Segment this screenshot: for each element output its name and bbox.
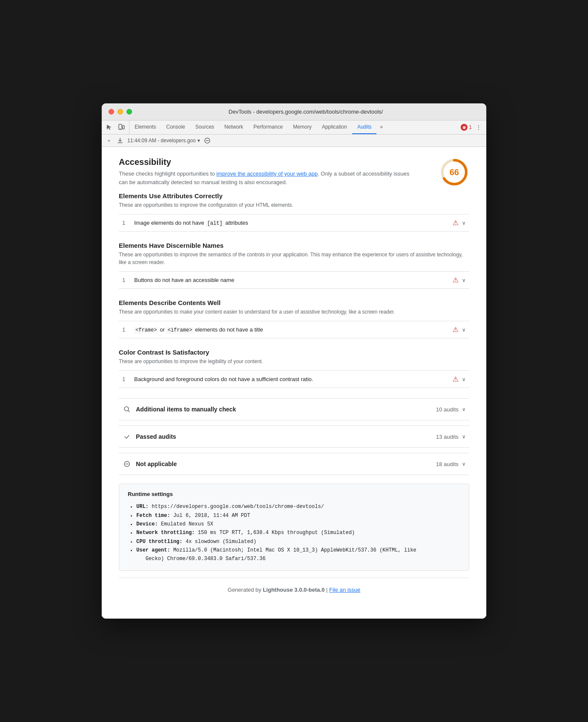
- maximize-button[interactable]: [126, 109, 132, 114]
- audit-group-attributes: Elements Use Attributes Correctly These …: [119, 192, 469, 232]
- device-icon[interactable]: [117, 123, 126, 132]
- runtime-item-useragent: User agent: Mozilla/5.0 (Macintosh; Inte…: [136, 546, 460, 564]
- tab-audits[interactable]: Audits: [352, 120, 376, 134]
- download-icon[interactable]: [116, 137, 124, 144]
- chevron-icon[interactable]: ∨: [462, 376, 466, 382]
- footer: Generated by Lighthouse 3.0.0-beta.0 | F…: [119, 578, 469, 602]
- runtime-item-network: Network throttling: 150 ms TCP RTT, 1,63…: [136, 528, 460, 537]
- audit-group-contrast: Color Contrast Is Satisfactory These are…: [119, 349, 469, 388]
- timestamp-selector[interactable]: 11:44:09 AM - developers.goo ▾: [127, 138, 200, 144]
- group-desc-contrast: These are opportunities to improve the l…: [119, 358, 469, 365]
- tab-application[interactable]: Application: [317, 120, 352, 134]
- audit-item: 1 <frame> or <iframe> elements do not ha…: [119, 321, 469, 338]
- tab-network[interactable]: Network: [219, 120, 248, 134]
- cursor-icon[interactable]: [105, 123, 114, 132]
- titlebar: DevTools - developers.google.com/web/too…: [102, 103, 486, 120]
- close-button[interactable]: [109, 109, 114, 114]
- group-desc-contents: These are opportunities to make your con…: [119, 308, 469, 316]
- dropdown-arrow[interactable]: ▾: [197, 138, 200, 144]
- group-desc-names: These are opportunities to improve the s…: [119, 251, 469, 266]
- footer-text: Generated by Lighthouse 3.0.0-beta.0 | F…: [228, 587, 360, 593]
- tab-console[interactable]: Console: [161, 120, 190, 134]
- error-count: 1: [469, 124, 472, 130]
- tab-memory[interactable]: Memory: [288, 120, 317, 134]
- runtime-settings: Runtime settings URL: https://developers…: [119, 484, 469, 571]
- add-icon[interactable]: ＋: [105, 137, 113, 144]
- clear-icon[interactable]: [203, 137, 211, 144]
- additional-count: 10 audits: [436, 406, 459, 413]
- not-applicable-count: 18 audits: [436, 461, 459, 467]
- main-content: Accessibility These checks highlight opp…: [102, 147, 486, 619]
- chevron-icon[interactable]: ∨: [462, 327, 466, 333]
- chevron-icon[interactable]: ∨: [462, 220, 466, 226]
- menu-icon[interactable]: ⋮: [474, 123, 483, 132]
- runtime-settings-list: URL: https://developers.google.com/web/t…: [128, 502, 460, 564]
- group-title-contents: Elements Describe Contents Well: [119, 299, 469, 306]
- devtools-panel: Elements Console Sources Network Perform…: [102, 120, 486, 619]
- accessibility-info: Accessibility These checks highlight opp…: [119, 157, 418, 186]
- minus-circle-icon: [122, 459, 132, 469]
- audit-group-names: Elements Have Discernible Names These ar…: [119, 242, 469, 289]
- warning-icon: ⚠: [453, 219, 459, 227]
- code-alt: [alt]: [206, 220, 224, 227]
- collapsible-additional[interactable]: Additional items to manually check 10 au…: [119, 398, 469, 420]
- collapsible-not-applicable[interactable]: Not applicable 18 audits ∨: [119, 453, 469, 475]
- chevron-icon[interactable]: ∨: [462, 277, 466, 283]
- file-issue-link[interactable]: File an issue: [329, 587, 360, 593]
- score-circle: 66: [439, 157, 469, 187]
- window-title: DevTools - developers.google.com/web/too…: [132, 109, 479, 115]
- audit-text: <frame> or <iframe> elements do not have…: [134, 326, 453, 333]
- runtime-item-fetch: Fetch time: Jul 6, 2018, 11:44 AM PDT: [136, 511, 460, 520]
- group-title-attributes: Elements Use Attributes Correctly: [119, 192, 469, 200]
- timestamp: 11:44:09 AM - developers.goo: [127, 138, 196, 144]
- runtime-item-device: Device: Emulated Nexus 5X: [136, 520, 460, 528]
- audit-controls: ⚠ ∨: [453, 276, 466, 284]
- accessibility-title: Accessibility: [119, 157, 418, 167]
- traffic-lights: [109, 109, 132, 114]
- warning-icon: ⚠: [453, 326, 459, 334]
- audit-number: 1: [122, 326, 131, 333]
- not-applicable-label: Not applicable: [136, 461, 436, 467]
- code-iframe: <iframe>: [166, 327, 194, 334]
- accessibility-description: These checks highlight opportunities to …: [119, 170, 418, 186]
- tab-performance[interactable]: Performance: [248, 120, 288, 134]
- minimize-button[interactable]: [118, 109, 123, 114]
- tabs: Elements Console Sources Network Perform…: [129, 120, 457, 134]
- lighthouse-text: Lighthouse 3.0.0-beta.0: [263, 587, 324, 593]
- audit-text: Image elements do not have [alt] attribu…: [134, 220, 453, 226]
- chevron-icon: ∨: [462, 406, 466, 412]
- audit-controls: ⚠ ∨: [453, 219, 466, 227]
- audit-controls: ⚠ ∨: [453, 375, 466, 383]
- chevron-icon: ∨: [462, 434, 466, 440]
- passed-label: Passed audits: [136, 433, 436, 440]
- tab-overflow[interactable]: »: [376, 120, 386, 134]
- group-title-names: Elements Have Discernible Names: [119, 242, 469, 249]
- audit-item: 1 Background and foreground colors do no…: [119, 370, 469, 388]
- check-icon: [122, 432, 132, 441]
- toolbar-right: ⊗ 1 ⋮: [457, 121, 486, 133]
- audit-controls: ⚠ ∨: [453, 326, 466, 334]
- runtime-settings-title: Runtime settings: [128, 491, 460, 497]
- secondary-toolbar: ＋ 11:44:09 AM - developers.goo ▾: [102, 135, 486, 147]
- error-badge: ⊗ 1: [461, 124, 472, 131]
- audit-text: Background and foreground colors do not …: [134, 376, 453, 382]
- collapsible-passed[interactable]: Passed audits 13 audits ∨: [119, 426, 469, 448]
- runtime-item-url: URL: https://developers.google.com/web/t…: [136, 502, 460, 511]
- accessibility-header: Accessibility These checks highlight opp…: [119, 157, 469, 187]
- chevron-icon: ∨: [462, 461, 466, 467]
- audit-item: 1 Image elements do not have [alt] attri…: [119, 214, 469, 232]
- accessibility-link[interactable]: improve the accessibility of your web ap…: [216, 170, 318, 177]
- audit-number: 1: [122, 277, 131, 283]
- group-desc-attributes: These are opportunities to improve the c…: [119, 201, 469, 209]
- tab-sources[interactable]: Sources: [190, 120, 219, 134]
- audit-number: 1: [122, 220, 131, 226]
- error-icon: ⊗: [461, 124, 467, 131]
- warning-icon: ⚠: [453, 276, 459, 284]
- passed-count: 13 audits: [436, 434, 459, 440]
- additional-label: Additional items to manually check: [136, 406, 436, 413]
- audit-number: 1: [122, 376, 131, 382]
- group-title-contrast: Color Contrast Is Satisfactory: [119, 349, 469, 356]
- search-icon: [122, 405, 132, 414]
- audit-text: Buttons do not have an accessible name: [134, 277, 453, 283]
- tab-elements[interactable]: Elements: [129, 120, 161, 134]
